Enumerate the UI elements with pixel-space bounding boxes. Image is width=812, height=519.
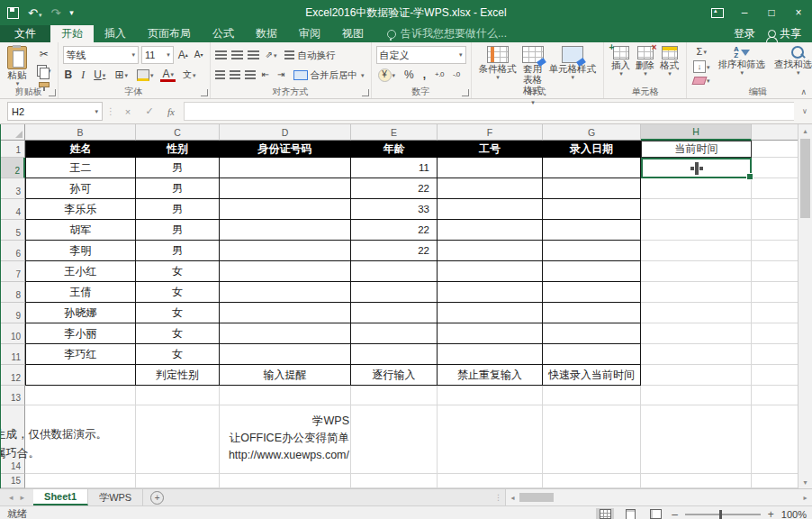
cell-E1[interactable]: 年龄 [351, 141, 438, 158]
accounting-format-button[interactable]: ¥▾ [376, 68, 398, 83]
cell-B12[interactable] [25, 365, 136, 386]
zoom-in-button[interactable]: + [768, 508, 774, 519]
row-header-4[interactable]: 4 [1, 199, 25, 220]
scroll-up-icon[interactable]: ▴ [798, 124, 812, 137]
cell-F4[interactable] [438, 199, 543, 220]
increase-indent-button[interactable]: ⇥ [275, 69, 286, 80]
cell-E5[interactable]: 22 [351, 220, 438, 241]
cell-I8[interactable] [752, 282, 798, 303]
merge-center-button[interactable]: 合并后居中▾ [292, 69, 366, 81]
borders-button[interactable]: ⊞▾ [113, 68, 130, 81]
cell-D13[interactable] [220, 386, 351, 405]
cell-H3[interactable] [641, 178, 752, 199]
column-header-D[interactable]: D [220, 124, 351, 141]
shrink-font-button[interactable]: A▾ [193, 50, 205, 60]
share-button[interactable]: 共享 [768, 26, 801, 41]
cell-E11[interactable] [351, 344, 438, 365]
number-format-combo[interactable]: 自定义▾ [376, 46, 466, 64]
cell-C3[interactable]: 男 [136, 178, 220, 199]
cell-F11[interactable] [438, 344, 543, 365]
zoom-slider[interactable] [685, 514, 761, 515]
cell-E10[interactable] [351, 323, 438, 344]
cell-I14[interactable] [752, 405, 798, 474]
row-header-10[interactable]: 10 [1, 323, 25, 344]
tab-page-layout[interactable]: 页面布局 [137, 25, 202, 42]
cell-C2[interactable]: 男 [136, 158, 220, 178]
insert-cells-button[interactable]: + 插入 ▾ [609, 45, 633, 78]
row-header-15[interactable]: 15 [1, 474, 25, 488]
cell-H11[interactable] [641, 344, 752, 365]
row-header-13[interactable]: 13 [1, 386, 25, 405]
cell-C1[interactable]: 性别 [136, 141, 220, 158]
row-header-12[interactable]: 12 [1, 365, 25, 386]
cancel-formula-icon[interactable]: × [119, 106, 137, 117]
tab-view[interactable]: 视图 [331, 25, 374, 42]
cell-D8[interactable] [220, 282, 351, 303]
collapse-ribbon-icon[interactable]: ∧ [800, 87, 807, 96]
tab-home[interactable]: 开始 [50, 25, 94, 42]
column-header-H[interactable]: H [641, 124, 752, 141]
column-header-C[interactable]: C [136, 124, 220, 141]
cell-H7[interactable] [641, 261, 752, 282]
cell-C13[interactable] [136, 386, 220, 405]
sheet-tab-sheet1[interactable]: Sheet1 [33, 489, 88, 505]
enter-formula-icon[interactable]: ✓ [140, 105, 158, 117]
italic-button[interactable]: I [79, 68, 86, 81]
fill-color-button[interactable]: ▾ [135, 68, 156, 82]
cell-F7[interactable] [438, 261, 543, 282]
cell-G1[interactable]: 录入日期 [543, 141, 641, 158]
orientation-button[interactable]: ⇗▾ [264, 50, 279, 60]
cell-F3[interactable] [438, 178, 543, 199]
cell-F10[interactable] [438, 323, 543, 344]
cell-I10[interactable] [752, 323, 798, 344]
vertical-scrollbar[interactable]: ▴ ▾ [798, 124, 812, 488]
cell-F15[interactable] [438, 474, 543, 488]
comma-style-button[interactable]: , [421, 68, 428, 81]
qat-customize-icon[interactable]: ▾ [69, 9, 74, 17]
next-sheet-icon[interactable]: ▸ [21, 493, 25, 502]
row-header-5[interactable]: 5 [1, 220, 25, 241]
cell-E15[interactable] [351, 474, 438, 488]
cell-E2[interactable]: 11 [351, 158, 438, 178]
font-color-button[interactable]: A▾ [160, 68, 176, 82]
close-button[interactable]: × [785, 0, 812, 25]
horizontal-scroll-thumb[interactable] [519, 493, 554, 502]
cell-F5[interactable] [438, 220, 543, 241]
cell-F1[interactable]: 工号 [438, 141, 543, 158]
cell-G6[interactable] [543, 241, 641, 261]
cell-I12[interactable] [752, 365, 798, 386]
cell-E6[interactable]: 22 [351, 241, 438, 261]
row-header-8[interactable]: 8 [1, 282, 25, 303]
cell-C9[interactable]: 女 [136, 303, 220, 323]
cell-B2[interactable]: 王二 [25, 158, 136, 178]
row-header-11[interactable]: 11 [1, 344, 25, 365]
cell-F13[interactable] [438, 386, 543, 405]
cell-I13[interactable] [752, 386, 798, 405]
cell-B10[interactable]: 李小丽 [25, 323, 136, 344]
zoom-slider-thumb[interactable] [719, 510, 722, 519]
tab-review[interactable]: 审阅 [288, 25, 331, 42]
namebox-splitter[interactable]: ⋮ [106, 106, 115, 116]
align-left-icon[interactable] [215, 70, 226, 79]
cell-H9[interactable] [641, 303, 752, 323]
cell-G9[interactable] [543, 303, 641, 323]
bold-button[interactable]: B [63, 68, 75, 81]
cell-C15[interactable] [136, 474, 220, 488]
cell-G15[interactable] [543, 474, 641, 488]
cell-C8[interactable]: 女 [136, 282, 220, 303]
cell-I11[interactable] [752, 344, 798, 365]
cell-D10[interactable] [220, 323, 351, 344]
cell-B7[interactable]: 王小红 [25, 261, 136, 282]
cell-D2[interactable] [220, 158, 351, 178]
cell-C11[interactable]: 女 [136, 344, 220, 365]
cell-D4[interactable] [220, 199, 351, 220]
cell-F2[interactable] [438, 158, 543, 178]
cell-B1[interactable]: 姓名 [25, 141, 136, 158]
cell-I9[interactable] [752, 303, 798, 323]
cell-C4[interactable]: 男 [136, 199, 220, 220]
cell-H13[interactable] [641, 386, 752, 405]
cell-D1[interactable]: 身份证号码 [220, 141, 351, 158]
cell-B4[interactable]: 李乐乐 [25, 199, 136, 220]
prev-sheet-icon[interactable]: ◂ [9, 493, 14, 502]
cut-button[interactable]: ✂ [35, 48, 53, 60]
